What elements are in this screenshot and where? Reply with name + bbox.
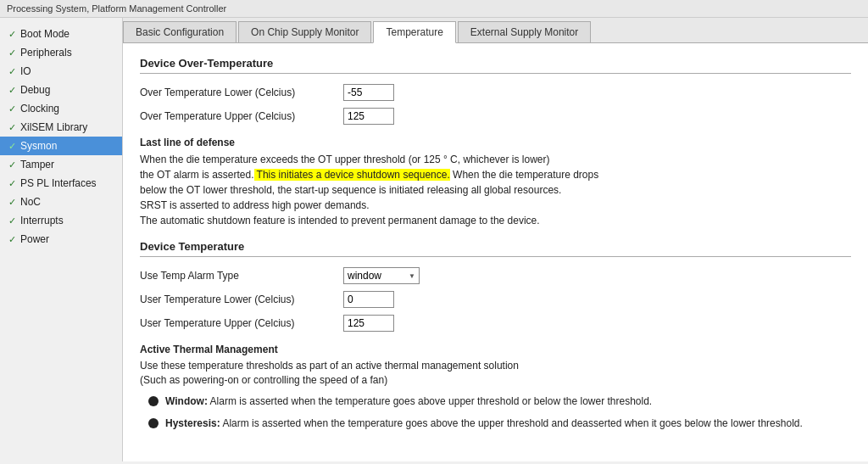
section-separator: Device Temperature	[140, 240, 851, 257]
user-temp-lower-row: User Temperature Lower (Celcius)	[140, 291, 851, 308]
active-thermal-desc: Use these temperature thresholds as part…	[140, 359, 851, 388]
tab-external-supply[interactable]: External Supply Monitor	[458, 21, 591, 42]
user-temp-lower-input[interactable]	[343, 291, 394, 308]
sidebar-item-ps-pl-interfaces[interactable]: ✓PS PL Interfaces	[0, 174, 122, 193]
content-body: Device Over-Temperature Over Temperature…	[123, 43, 868, 461]
sidebar-item-debug[interactable]: ✓Debug	[0, 81, 122, 99]
sidebar-label-boot-mode: Boot Mode	[20, 28, 70, 40]
user-temp-lower-label: User Temperature Lower (Celcius)	[140, 293, 343, 305]
check-icon-sysmon: ✓	[8, 141, 16, 152]
sidebar-item-sysmon[interactable]: ✓Sysmon	[0, 137, 122, 155]
check-icon-ps-pl-interfaces: ✓	[8, 178, 16, 189]
defense-line1: When the die temperature exceeds the OT …	[140, 154, 549, 165]
bullet-dot-hysteresis	[148, 418, 159, 428]
check-icon-io: ✓	[8, 66, 16, 77]
active-thermal-section: Active Thermal Management Use these temp…	[140, 344, 851, 431]
sidebar-label-peripherals: Peripherals	[20, 47, 72, 59]
over-temp-upper-input[interactable]	[343, 108, 394, 125]
alarm-type-label: Use Temp Alarm Type	[140, 270, 343, 282]
defense-line3: When the die temperature drops	[450, 169, 598, 181]
over-temp-upper-label: Over Temperature Upper (Celcius)	[140, 110, 343, 122]
tabs-bar: Basic ConfigurationOn Chip Supply Monito…	[123, 18, 868, 43]
sidebar-item-clocking[interactable]: ✓Clocking	[0, 99, 122, 118]
check-icon-noc: ✓	[8, 197, 16, 208]
defense-title: Last line of defense	[140, 137, 851, 148]
defense-line4: below the OT lower threshold, the start-…	[140, 184, 561, 196]
tab-temperature[interactable]: Temperature	[373, 21, 455, 43]
sidebar-label-ps-pl-interfaces: PS PL Interfaces	[20, 177, 97, 189]
defense-highlight: This initiates a device shutdown sequenc…	[254, 169, 450, 181]
sidebar-label-xilsem-library: XilSEM Library	[20, 121, 87, 133]
alarm-type-select[interactable]: window hysteresis	[343, 267, 420, 284]
sidebar-label-power: Power	[20, 233, 49, 245]
user-temp-upper-input[interactable]	[343, 315, 394, 332]
bullet-window-desc: Alarm is asserted when the temperature g…	[210, 395, 653, 407]
sidebar-item-noc[interactable]: ✓NoC	[0, 193, 122, 211]
check-icon-tamper: ✓	[8, 159, 16, 171]
check-icon-boot-mode: ✓	[8, 29, 16, 40]
over-temp-upper-row: Over Temperature Upper (Celcius)	[140, 108, 851, 125]
defense-text: When the die temperature exceeds the OT …	[140, 152, 851, 228]
check-icon-power: ✓	[8, 234, 16, 245]
defense-line5: SRST is asserted to address high power d…	[140, 199, 370, 211]
defense-section: Last line of defense When the die temper…	[140, 137, 851, 228]
bullet-window-text: Window: Alarm is asserted when the tempe…	[165, 394, 652, 409]
alarm-type-select-wrapper: window hysteresis	[343, 267, 420, 284]
check-icon-interrupts: ✓	[8, 215, 16, 226]
bullet-hysteresis-desc: Alarm is asserted when the temperature g…	[222, 417, 802, 429]
bullet-dot-window	[148, 396, 159, 406]
check-icon-debug: ✓	[8, 85, 16, 96]
sidebar-item-interrupts[interactable]: ✓Interrupts	[0, 211, 122, 230]
over-temp-lower-input[interactable]	[343, 84, 394, 101]
device-temp-title: Device Temperature	[140, 240, 851, 257]
sidebar-item-peripherals[interactable]: ✓Peripherals	[0, 43, 122, 62]
active-thermal-desc2: (Such as powering-on or controlling the …	[140, 374, 387, 386]
device-over-temp-title: Device Over-Temperature	[140, 57, 851, 74]
sidebar: ✓Boot Mode✓Peripherals✓IO✓Debug✓Clocking…	[0, 18, 123, 461]
tab-basic-config[interactable]: Basic Configuration	[123, 21, 236, 42]
defense-line6: The automatic shutdown feature is intend…	[140, 215, 540, 226]
sidebar-item-tamper[interactable]: ✓Tamper	[0, 155, 122, 174]
sidebar-item-xilsem-library[interactable]: ✓XilSEM Library	[0, 118, 122, 137]
check-icon-clocking: ✓	[8, 103, 16, 115]
alarm-type-row: Use Temp Alarm Type window hysteresis	[140, 267, 851, 284]
tab-on-chip-supply[interactable]: On Chip Supply Monitor	[238, 21, 371, 42]
check-icon-peripherals: ✓	[8, 48, 16, 59]
defense-line2: the OT alarm is asserted.	[140, 169, 254, 181]
bullet-window-bold: Window:	[165, 395, 208, 407]
user-temp-upper-label: User Temperature Upper (Celcius)	[140, 317, 343, 329]
content-area: Basic ConfigurationOn Chip Supply Monito…	[123, 18, 868, 461]
sidebar-item-power[interactable]: ✓Power	[0, 230, 122, 249]
check-icon-xilsem-library: ✓	[8, 122, 16, 133]
bullet-hysteresis: Hysteresis: Alarm is asserted when the t…	[148, 416, 851, 431]
sidebar-label-noc: NoC	[20, 196, 41, 208]
sidebar-item-boot-mode[interactable]: ✓Boot Mode	[0, 25, 122, 43]
bullet-hysteresis-bold: Hysteresis:	[165, 417, 220, 429]
bullet-window: Window: Alarm is asserted when the tempe…	[148, 394, 851, 409]
sidebar-label-clocking: Clocking	[20, 103, 59, 115]
over-temp-lower-label: Over Temperature Lower (Celcius)	[140, 87, 343, 98]
sidebar-label-tamper: Tamper	[20, 159, 54, 171]
main-container: ✓Boot Mode✓Peripherals✓IO✓Debug✓Clocking…	[0, 18, 868, 461]
active-thermal-desc1: Use these temperature thresholds as part…	[140, 360, 519, 372]
active-thermal-title: Active Thermal Management	[140, 344, 851, 355]
sidebar-label-debug: Debug	[20, 84, 50, 96]
title-bar: Processing System, Platform Management C…	[0, 0, 868, 18]
over-temp-lower-row: Over Temperature Lower (Celcius)	[140, 84, 851, 101]
sidebar-label-sysmon: Sysmon	[20, 140, 57, 152]
sidebar-label-io: IO	[20, 65, 31, 77]
bullet-hysteresis-text: Hysteresis: Alarm is asserted when the t…	[165, 416, 803, 431]
sidebar-item-io[interactable]: ✓IO	[0, 62, 122, 81]
user-temp-upper-row: User Temperature Upper (Celcius)	[140, 315, 851, 332]
title-text: Processing System, Platform Management C…	[7, 3, 226, 14]
sidebar-label-interrupts: Interrupts	[20, 215, 64, 226]
